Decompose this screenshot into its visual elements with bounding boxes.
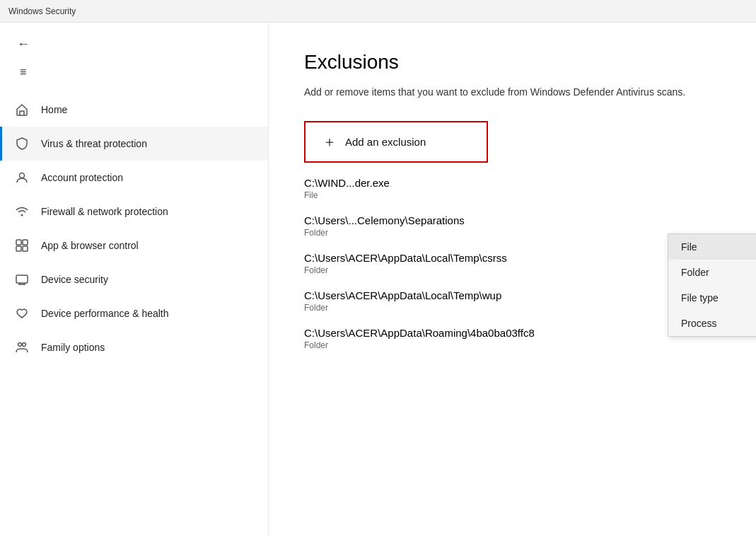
exclusion-type-1: Folder — [304, 228, 721, 238]
exclusion-type-dropdown: File Folder File type Process — [668, 233, 756, 337]
svg-point-1 — [21, 214, 23, 216]
app-title: Windows Security — [8, 6, 76, 16]
content-area: Exclusions Add or remove items that you … — [269, 23, 756, 537]
sidebar-item-device-health[interactable]: Device performance & health — [0, 296, 268, 330]
sidebar-item-app-label: App & browser control — [41, 240, 139, 251]
sidebar-item-home[interactable]: Home — [0, 93, 268, 127]
shield-icon — [14, 137, 30, 151]
svg-rect-2 — [16, 240, 21, 245]
svg-rect-6 — [16, 275, 28, 283]
sidebar-item-virus[interactable]: Virus & threat protection — [0, 127, 268, 161]
dropdown-item-folder[interactable]: Folder — [668, 260, 756, 285]
sidebar: ← ≡ Home — [0, 23, 269, 537]
person-icon — [14, 171, 30, 185]
exclusion-type-2: Folder — [304, 265, 721, 275]
sidebar-item-firewall-label: Firewall & network protection — [41, 206, 168, 217]
sidebar-item-account-label: Account protection — [41, 172, 123, 183]
sidebar-top-controls: ← — [0, 28, 268, 60]
exclusion-type-0: File — [304, 190, 721, 200]
sidebar-item-account[interactable]: Account protection — [0, 161, 268, 195]
page-title: Exclusions — [304, 51, 721, 74]
sidebar-item-device-health-label: Device performance & health — [41, 308, 169, 319]
exclusion-path-3: C:\Users\ACER\AppData\Local\Temp\wup — [304, 289, 721, 301]
exclusion-entry-2: C:\Users\ACER\AppData\Local\Temp\csrss F… — [304, 252, 721, 275]
device-security-icon — [14, 272, 30, 287]
exclusion-type-4: Folder — [304, 340, 721, 350]
svg-point-8 — [23, 343, 26, 347]
exclusion-entry-3: C:\Users\ACER\AppData\Local\Temp\wup Fol… — [304, 289, 721, 313]
sidebar-item-app[interactable]: App & browser control — [0, 229, 268, 262]
dropdown-item-file[interactable]: File — [668, 234, 756, 260]
exclusion-path-2: C:\Users\ACER\AppData\Local\Temp\csrss — [304, 252, 721, 264]
sidebar-item-family-label: Family options — [41, 342, 105, 353]
nav-items: Home Virus & threat protection — [0, 90, 268, 367]
exclusion-path-0: C:\WIND...der.exe — [304, 177, 721, 189]
sidebar-item-device-security[interactable]: Device security — [0, 262, 268, 296]
back-button[interactable]: ← — [11, 34, 35, 54]
plus-icon: ＋ — [322, 132, 337, 151]
family-icon — [14, 340, 30, 354]
page-description: Add or remove items that you want to exc… — [304, 85, 721, 100]
add-exclusion-button[interactable]: ＋ Add an exclusion — [304, 121, 488, 163]
home-icon — [14, 103, 30, 117]
exclusion-path-1: C:\Users\...Celemony\Separations — [304, 214, 721, 226]
exclusion-entry-0: C:\WIND...der.exe File — [304, 177, 721, 200]
exclusion-path-4: C:\Users\ACER\AppData\Roaming\4ba0ba03ff… — [304, 327, 721, 339]
svg-rect-4 — [16, 246, 21, 251]
add-exclusion-label: Add an exclusion — [345, 136, 426, 148]
exclusion-entry-1: C:\Users\...Celemony\Separations Folder — [304, 214, 721, 238]
back-icon: ← — [17, 37, 30, 51]
svg-rect-5 — [23, 246, 28, 251]
dropdown-item-file-type[interactable]: File type — [668, 285, 756, 311]
sidebar-item-virus-label: Virus & threat protection — [41, 138, 147, 149]
hamburger-button[interactable]: ≡ — [14, 63, 32, 81]
sidebar-item-home-label: Home — [41, 104, 67, 115]
app-icon — [14, 238, 30, 253]
sidebar-item-device-security-label: Device security — [41, 274, 108, 285]
exclusion-list: C:\WIND...der.exe File C:\Users\...Celem… — [304, 177, 721, 350]
exclusion-entry-4: C:\Users\ACER\AppData\Roaming\4ba0ba03ff… — [304, 327, 721, 350]
exclusion-type-3: Folder — [304, 303, 721, 313]
main-layout: ← ≡ Home — [0, 23, 756, 537]
svg-point-0 — [20, 173, 25, 178]
sidebar-item-firewall[interactable]: Firewall & network protection — [0, 195, 268, 229]
hamburger-icon: ≡ — [20, 66, 26, 78]
heart-icon — [14, 306, 30, 321]
svg-point-7 — [18, 343, 22, 347]
dropdown-item-process[interactable]: Process — [668, 311, 756, 336]
sidebar-item-family[interactable]: Family options — [0, 330, 268, 364]
titlebar: Windows Security — [0, 0, 756, 23]
wifi-icon — [14, 204, 30, 219]
svg-rect-3 — [23, 240, 28, 245]
